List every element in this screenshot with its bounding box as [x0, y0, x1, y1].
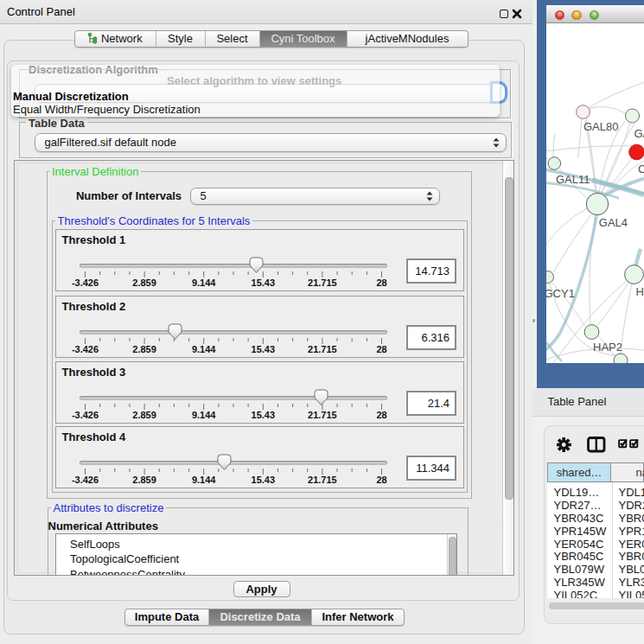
svg-text:H: H — [636, 285, 644, 298]
svg-text:-3.426: -3.426 — [71, 344, 98, 354]
svg-text:2.859: 2.859 — [132, 344, 156, 354]
svg-text:15.43: 15.43 — [251, 475, 275, 485]
svg-text:HAP2: HAP2 — [593, 341, 622, 354]
svg-text:GCY1: GCY1 — [546, 287, 575, 300]
svg-text:2.859: 2.859 — [132, 475, 156, 485]
svg-text:15.43: 15.43 — [251, 277, 275, 288]
svg-text:21.715: 21.715 — [308, 344, 337, 354]
svg-text:-3.426: -3.426 — [71, 277, 98, 288]
svg-text:-3.426: -3.426 — [71, 475, 98, 485]
svg-text:9.144: 9.144 — [191, 277, 215, 288]
svg-text:28: 28 — [376, 344, 386, 354]
svg-text:GA: GA — [634, 127, 644, 140]
svg-text:GAL4: GAL4 — [599, 216, 628, 229]
svg-text:15.43: 15.43 — [251, 344, 275, 354]
svg-text:2.859: 2.859 — [132, 410, 156, 420]
svg-text:28: 28 — [376, 410, 386, 420]
svg-text:-3.426: -3.426 — [71, 410, 98, 420]
svg-text:CD: CD — [638, 163, 644, 175]
svg-text:28: 28 — [376, 475, 386, 485]
svg-text:28: 28 — [376, 277, 386, 288]
svg-text:21.715: 21.715 — [308, 410, 337, 420]
svg-text:21.715: 21.715 — [308, 475, 337, 485]
svg-text:21.715: 21.715 — [308, 277, 337, 288]
svg-text:2.859: 2.859 — [132, 277, 156, 288]
svg-text:9.144: 9.144 — [191, 475, 215, 485]
svg-text:GAL80: GAL80 — [583, 120, 618, 133]
svg-text:9.144: 9.144 — [191, 410, 215, 420]
svg-text:9.144: 9.144 — [191, 344, 215, 354]
svg-text:GAL11: GAL11 — [556, 173, 590, 186]
svg-text:15.43: 15.43 — [251, 410, 275, 420]
